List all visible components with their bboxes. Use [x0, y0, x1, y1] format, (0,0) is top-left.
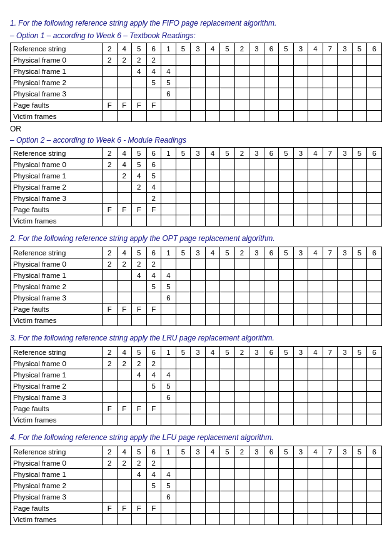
- ref-string-cell: 6: [264, 446, 279, 458]
- cell: [146, 315, 161, 326]
- cell: [264, 315, 279, 326]
- cell: [352, 458, 367, 469]
- cell: [161, 159, 176, 170]
- cell: [323, 77, 338, 88]
- cell: [308, 381, 323, 392]
- ref-string-cell: 1: [161, 446, 176, 458]
- cell: [367, 182, 382, 193]
- cell: [367, 270, 382, 281]
- cell: F: [132, 304, 147, 315]
- cell: [367, 54, 382, 66]
- cell: [220, 458, 235, 469]
- cell: [279, 514, 294, 525]
- ref-string-cell: 5: [220, 347, 235, 358]
- cell: [279, 292, 294, 304]
- cell: [176, 480, 191, 491]
- ref-string-cell: 5: [220, 247, 235, 258]
- row-label: Physical frame 2: [11, 281, 103, 292]
- ref-string-cell: 3: [191, 247, 206, 258]
- cell: F: [146, 503, 161, 514]
- cell: [249, 66, 264, 77]
- cell: [293, 54, 308, 66]
- cell: [220, 403, 235, 414]
- cell: [338, 193, 353, 204]
- cell: [117, 193, 132, 204]
- cell: [205, 182, 220, 193]
- cell: [249, 204, 264, 215]
- cell: [338, 111, 353, 122]
- ref-string-cell: 3: [249, 247, 264, 258]
- cell: [103, 315, 118, 326]
- ref-string-cell: 5: [279, 43, 294, 54]
- cell: [308, 204, 323, 215]
- cell: [352, 258, 367, 270]
- table-row: Physical frame 36: [11, 292, 382, 304]
- cell: [132, 77, 147, 88]
- cell: [264, 54, 279, 66]
- ref-string-cell: 4: [308, 347, 323, 358]
- cell: [205, 503, 220, 514]
- cell: [338, 270, 353, 281]
- row-label: Physical frame 3: [11, 88, 103, 100]
- cell: [146, 292, 161, 304]
- cell: [220, 480, 235, 491]
- ref-string-cell: 5: [176, 43, 191, 54]
- cell: [132, 514, 147, 525]
- cell: [176, 304, 191, 315]
- cell: [234, 159, 249, 170]
- cell: [249, 270, 264, 281]
- cell: [367, 100, 382, 111]
- cell: [352, 66, 367, 77]
- cell: [249, 258, 264, 270]
- cell: [352, 358, 367, 369]
- cell: [323, 88, 338, 100]
- cell: [279, 458, 294, 469]
- cell: 4: [161, 369, 176, 381]
- cell: [161, 403, 176, 414]
- cell: 2: [103, 458, 118, 469]
- cell: [234, 469, 249, 480]
- cell: 2: [103, 358, 118, 369]
- cell: [308, 304, 323, 315]
- question-2-label: 2. For the following reference string ap…: [10, 234, 382, 243]
- cell: 6: [161, 292, 176, 304]
- cell: [117, 392, 132, 403]
- cell: [279, 491, 294, 503]
- cell: [264, 514, 279, 525]
- cell: [249, 304, 264, 315]
- cell: [249, 281, 264, 292]
- ref-string-cell: 2: [103, 347, 118, 358]
- ref-string-cell: 3: [191, 148, 206, 159]
- cell: [220, 215, 235, 227]
- cell: [132, 281, 147, 292]
- cell: 5: [146, 381, 161, 392]
- ref-string-cell: 5: [132, 148, 147, 159]
- cell: [352, 215, 367, 227]
- cell: [234, 369, 249, 381]
- table-1-1: Reference string2456153452365347356Physi…: [10, 43, 382, 122]
- cell: [176, 258, 191, 270]
- cell: [264, 77, 279, 88]
- cell: [279, 258, 294, 270]
- row-label: Physical frame 0: [11, 458, 103, 469]
- cell: [161, 170, 176, 182]
- table-4-1: Reference string2456153452365347356Physi…: [10, 446, 382, 525]
- cell: [293, 491, 308, 503]
- cell: [338, 204, 353, 215]
- cell: [117, 77, 132, 88]
- cell: 4: [132, 66, 147, 77]
- row-label: Physical frame 2: [11, 381, 103, 392]
- cell: [103, 77, 118, 88]
- cell: [249, 458, 264, 469]
- cell: [191, 458, 206, 469]
- cell: [338, 358, 353, 369]
- cell: [103, 381, 118, 392]
- cell: [191, 204, 206, 215]
- cell: [103, 491, 118, 503]
- cell: [323, 215, 338, 227]
- cell: [367, 159, 382, 170]
- ref-string-cell: 1: [161, 247, 176, 258]
- cell: [161, 414, 176, 426]
- cell: [279, 77, 294, 88]
- ref-string-cell: 5: [176, 247, 191, 258]
